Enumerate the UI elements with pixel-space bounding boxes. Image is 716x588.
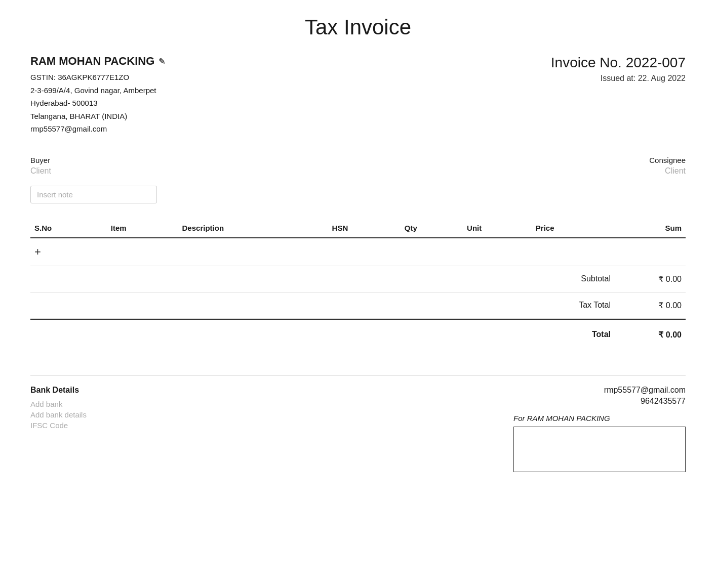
footer-email: rmp55577@gmail.com xyxy=(513,386,686,395)
table-header-row: S.No Item Description HSN Qty Unit Price… xyxy=(30,219,686,238)
invoice-date: Issued at: 22. Aug 2022 xyxy=(551,74,686,83)
buyer-label: Buyer xyxy=(30,156,132,164)
company-name-text: RAM MOHAN PACKING xyxy=(30,55,154,68)
bank-details: Bank Details Add bank Add bank details I… xyxy=(30,386,87,432)
consignee-placeholder[interactable]: Client xyxy=(584,166,686,176)
header-section: RAM MOHAN PACKING ✎ GSTIN: 36AGKPK6777E1… xyxy=(30,55,686,136)
buyer-placeholder[interactable]: Client xyxy=(30,166,132,176)
footer-phone: 9642435577 xyxy=(513,397,686,406)
total-label: Total xyxy=(550,330,611,339)
contact-signature: rmp55577@gmail.com 9642435577 For RAM MO… xyxy=(513,386,686,472)
edit-company-icon[interactable]: ✎ xyxy=(158,57,165,66)
col-price: Price xyxy=(532,219,612,238)
subtotal-value: ₹ 0.00 xyxy=(641,274,682,284)
subtotal-row: Subtotal ₹ 0.00 xyxy=(30,266,686,292)
buyer-consignee-section: Buyer Client Consignee Client xyxy=(30,156,686,176)
consignee-label: Consignee xyxy=(584,156,686,164)
col-qty: Qty xyxy=(401,219,463,238)
consignee-block: Consignee Client xyxy=(584,156,686,176)
col-hsn: HSN xyxy=(328,219,401,238)
tax-total-label: Tax Total xyxy=(550,301,611,310)
add-item-row: + xyxy=(30,238,686,266)
buyer-block: Buyer Client xyxy=(30,156,132,176)
company-gstin: GSTIN: 36AGKPK6777E1ZO xyxy=(30,71,165,84)
invoice-meta: Invoice No. 2022-007 Issued at: 22. Aug … xyxy=(551,55,686,83)
col-unit: Unit xyxy=(463,219,532,238)
company-info: RAM MOHAN PACKING ✎ GSTIN: 36AGKPK6777E1… xyxy=(30,55,165,136)
col-description: Description xyxy=(178,219,328,238)
col-sno: S.No xyxy=(30,219,107,238)
bank-title: Bank Details xyxy=(30,386,87,395)
tax-total-row: Tax Total ₹ 0.00 xyxy=(30,292,686,319)
totals-section: Subtotal ₹ 0.00 Tax Total ₹ 0.00 Total ₹… xyxy=(30,266,686,350)
company-address2: Hyderabad- 500013 xyxy=(30,97,165,110)
col-item: Item xyxy=(107,219,178,238)
footer-section: Bank Details Add bank Add bank details I… xyxy=(30,375,686,472)
subtotal-label: Subtotal xyxy=(550,274,611,283)
company-name-row: RAM MOHAN PACKING ✎ xyxy=(30,55,165,68)
company-email: rmp55577@gmail.com xyxy=(30,122,165,136)
total-value: ₹ 0.00 xyxy=(641,330,682,340)
invoice-number: Invoice No. 2022-007 xyxy=(551,55,686,71)
items-table: S.No Item Description HSN Qty Unit Price… xyxy=(30,219,686,266)
page-title: Tax Invoice xyxy=(30,15,686,39)
add-bank-button[interactable]: Add bank xyxy=(30,400,87,408)
company-address3: Telangana, BHARAT (INDIA) xyxy=(30,110,165,123)
add-item-button[interactable]: + xyxy=(34,246,41,258)
tax-total-value: ₹ 0.00 xyxy=(641,301,682,310)
col-sum: Sum xyxy=(612,219,686,238)
add-bank-details[interactable]: Add bank details xyxy=(30,410,87,419)
add-item-cell: + xyxy=(30,238,107,266)
signature-box xyxy=(513,427,686,472)
company-address1: 2-3-699/A/4, Govind nagar, Amberpet xyxy=(30,84,165,97)
signature-label: For RAM MOHAN PACKING xyxy=(513,414,686,423)
ifsc-code[interactable]: IFSC Code xyxy=(30,421,87,430)
grand-total-row: Total ₹ 0.00 xyxy=(30,319,686,350)
note-field[interactable]: Insert note xyxy=(30,186,157,203)
